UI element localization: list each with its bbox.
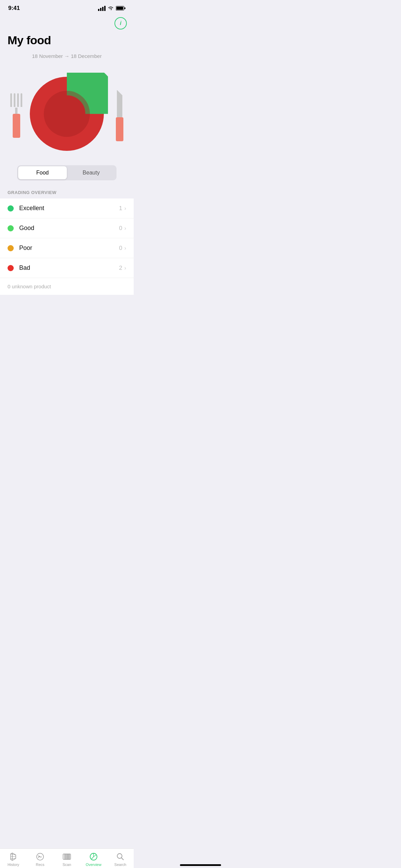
chevron-right-icon: › bbox=[124, 225, 126, 231]
svg-rect-2 bbox=[124, 8, 125, 9]
bad-count: 2 bbox=[119, 265, 122, 272]
poor-label: Poor bbox=[19, 244, 119, 252]
poor-dot bbox=[8, 245, 14, 251]
bad-dot bbox=[8, 265, 14, 271]
excellent-label: Excellent bbox=[19, 205, 119, 212]
svg-rect-1 bbox=[117, 7, 123, 10]
status-time: 9:41 bbox=[8, 5, 20, 12]
page-title: My food bbox=[0, 32, 134, 53]
excellent-count: 1 bbox=[119, 205, 122, 212]
excellent-dot bbox=[8, 205, 14, 212]
chart-area bbox=[0, 66, 134, 165]
grade-row-bad[interactable]: Bad 2 › bbox=[0, 258, 134, 278]
good-label: Good bbox=[19, 225, 119, 232]
chevron-right-icon: › bbox=[124, 265, 126, 271]
info-icon: i bbox=[120, 20, 121, 26]
food-tab[interactable]: Food bbox=[18, 166, 67, 179]
good-dot bbox=[8, 225, 14, 231]
bad-label: Bad bbox=[19, 264, 119, 272]
svg-point-5 bbox=[44, 91, 90, 137]
info-button[interactable]: i bbox=[114, 17, 127, 29]
date-range: 18 November → 18 December bbox=[0, 53, 134, 59]
good-count: 0 bbox=[119, 225, 122, 232]
header: i bbox=[0, 14, 134, 32]
grade-row-excellent[interactable]: Excellent 1 › bbox=[0, 198, 134, 218]
segment-toggle[interactable]: Food Beauty bbox=[17, 165, 117, 180]
knife-icon bbox=[116, 90, 123, 141]
grade-row-good[interactable]: Good 0 › bbox=[0, 218, 134, 238]
signal-icon bbox=[98, 6, 106, 11]
grade-row-poor[interactable]: Poor 0 › bbox=[0, 238, 134, 258]
beauty-tab[interactable]: Beauty bbox=[67, 166, 116, 179]
pie-chart bbox=[26, 73, 108, 155]
status-bar: 9:41 bbox=[0, 0, 134, 14]
unknown-product: 0 unknown product bbox=[0, 278, 134, 295]
battery-icon bbox=[116, 6, 125, 11]
grading-list: Excellent 1 › Good 0 › Poor 0 › Bad 2 › bbox=[0, 198, 134, 278]
fork-icon bbox=[10, 93, 22, 138]
chevron-right-icon: › bbox=[124, 205, 126, 212]
status-icons bbox=[98, 6, 125, 11]
wifi-icon bbox=[108, 6, 114, 11]
poor-count: 0 bbox=[119, 245, 122, 252]
grading-overview-label: GRADING OVERVIEW bbox=[0, 190, 134, 198]
chevron-right-icon: › bbox=[124, 245, 126, 251]
